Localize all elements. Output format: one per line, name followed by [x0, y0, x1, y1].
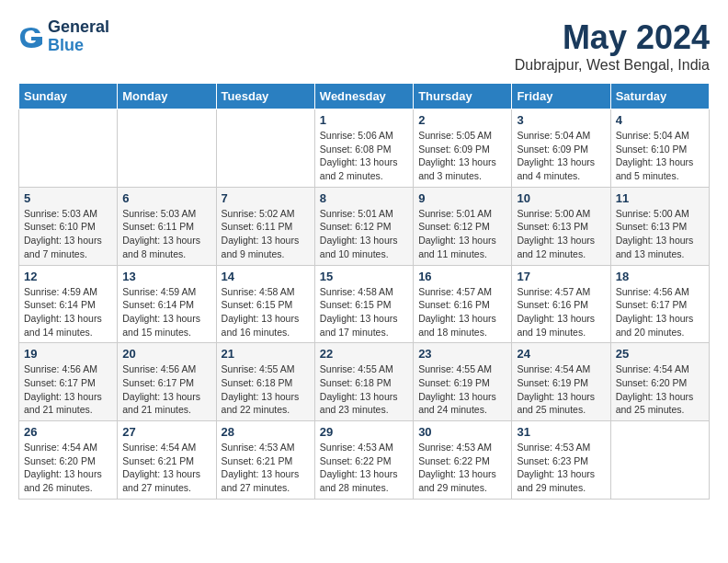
calendar-cell: 6Sunrise: 5:03 AMSunset: 6:11 PMDaylight…: [118, 187, 216, 265]
subtitle: Dubrajpur, West Bengal, India: [515, 57, 710, 74]
day-info: Sunrise: 4:53 AMSunset: 6:21 PMDaylight:…: [222, 441, 310, 495]
calendar-cell: 1Sunrise: 5:06 AMSunset: 6:08 PMDaylight…: [314, 109, 413, 188]
calendar-cell: 18Sunrise: 4:56 AMSunset: 6:17 PMDayligh…: [610, 265, 709, 343]
day-info: Sunrise: 4:57 AMSunset: 6:16 PMDaylight:…: [418, 285, 506, 339]
calendar-cell: 4Sunrise: 5:04 AMSunset: 6:10 PMDaylight…: [610, 109, 709, 188]
day-info: Sunrise: 4:54 AMSunset: 6:19 PMDaylight:…: [517, 362, 605, 417]
day-info: Sunrise: 4:56 AMSunset: 6:17 PMDaylight:…: [616, 285, 704, 339]
day-number: 4: [616, 113, 704, 127]
calendar-cell: 16Sunrise: 4:57 AMSunset: 6:16 PMDayligh…: [414, 265, 512, 343]
day-info: Sunrise: 4:55 AMSunset: 6:18 PMDaylight:…: [222, 362, 310, 417]
weekday-header-sunday: Sunday: [19, 84, 118, 109]
calendar-cell: 3Sunrise: 5:04 AMSunset: 6:09 PMDaylight…: [512, 109, 610, 188]
day-info: Sunrise: 4:56 AMSunset: 6:17 PMDaylight:…: [122, 362, 210, 417]
day-number: 25: [616, 347, 704, 361]
calendar-cell: [610, 421, 709, 500]
calendar-cell: 22Sunrise: 4:55 AMSunset: 6:18 PMDayligh…: [314, 343, 413, 421]
day-info: Sunrise: 4:58 AMSunset: 6:15 PMDaylight:…: [222, 285, 310, 339]
day-number: 7: [222, 191, 310, 205]
day-number: 27: [122, 425, 210, 439]
calendar-cell: 13Sunrise: 4:59 AMSunset: 6:14 PMDayligh…: [118, 265, 216, 343]
calendar-cell: 27Sunrise: 4:54 AMSunset: 6:21 PMDayligh…: [118, 421, 216, 500]
day-info: Sunrise: 4:58 AMSunset: 6:15 PMDaylight:…: [320, 285, 408, 339]
calendar-row-2: 12Sunrise: 4:59 AMSunset: 6:14 PMDayligh…: [19, 265, 710, 343]
calendar-cell: 19Sunrise: 4:56 AMSunset: 6:17 PMDayligh…: [19, 343, 118, 421]
calendar-cell: 15Sunrise: 4:58 AMSunset: 6:15 PMDayligh…: [314, 265, 413, 343]
day-info: Sunrise: 4:53 AMSunset: 6:22 PMDaylight:…: [320, 441, 408, 495]
day-info: Sunrise: 5:01 AMSunset: 6:12 PMDaylight:…: [418, 207, 506, 261]
day-info: Sunrise: 4:53 AMSunset: 6:22 PMDaylight:…: [418, 441, 506, 495]
logo-line2: Blue: [48, 37, 109, 55]
calendar-row-0: 1Sunrise: 5:06 AMSunset: 6:08 PMDaylight…: [19, 109, 710, 188]
calendar-row-4: 26Sunrise: 4:54 AMSunset: 6:20 PMDayligh…: [19, 421, 710, 500]
calendar-row-1: 5Sunrise: 5:03 AMSunset: 6:10 PMDaylight…: [19, 187, 710, 265]
day-number: 13: [122, 270, 210, 283]
day-number: 16: [418, 270, 506, 283]
day-info: Sunrise: 5:06 AMSunset: 6:08 PMDaylight:…: [320, 129, 408, 183]
calendar-cell: 17Sunrise: 4:57 AMSunset: 6:16 PMDayligh…: [512, 265, 610, 343]
day-number: 8: [320, 191, 408, 205]
day-number: 1: [320, 113, 408, 127]
calendar-cell: 12Sunrise: 4:59 AMSunset: 6:14 PMDayligh…: [19, 265, 118, 343]
calendar-cell: 2Sunrise: 5:05 AMSunset: 6:09 PMDaylight…: [414, 109, 512, 188]
day-number: 24: [517, 347, 605, 361]
calendar-cell: 5Sunrise: 5:03 AMSunset: 6:10 PMDaylight…: [19, 187, 118, 265]
calendar-table: SundayMondayTuesdayWednesdayThursdayFrid…: [18, 83, 710, 500]
calendar-cell: [118, 109, 216, 188]
day-number: 14: [222, 270, 310, 283]
calendar-cell: 31Sunrise: 4:53 AMSunset: 6:23 PMDayligh…: [512, 421, 610, 500]
day-info: Sunrise: 5:04 AMSunset: 6:09 PMDaylight:…: [517, 129, 605, 183]
calendar-cell: 7Sunrise: 5:02 AMSunset: 6:11 PMDaylight…: [216, 187, 314, 265]
day-number: 30: [418, 425, 506, 439]
calendar-cell: [216, 109, 314, 188]
logo: General Blue: [18, 18, 109, 55]
day-number: 23: [418, 347, 506, 361]
calendar-row-3: 19Sunrise: 4:56 AMSunset: 6:17 PMDayligh…: [19, 343, 710, 421]
day-number: 11: [616, 191, 704, 205]
day-number: 28: [222, 425, 310, 439]
calendar-cell: 14Sunrise: 4:58 AMSunset: 6:15 PMDayligh…: [216, 265, 314, 343]
day-number: 9: [418, 191, 506, 205]
day-number: 19: [24, 347, 112, 361]
day-info: Sunrise: 5:03 AMSunset: 6:10 PMDaylight:…: [24, 207, 112, 261]
day-number: 10: [517, 191, 605, 205]
calendar-cell: 23Sunrise: 4:55 AMSunset: 6:19 PMDayligh…: [414, 343, 512, 421]
day-info: Sunrise: 5:00 AMSunset: 6:13 PMDaylight:…: [616, 207, 704, 261]
day-number: 20: [122, 347, 210, 361]
weekday-header-thursday: Thursday: [414, 84, 512, 109]
day-number: 21: [222, 347, 310, 361]
day-number: 3: [517, 113, 605, 127]
calendar-cell: [19, 109, 118, 188]
calendar-cell: 26Sunrise: 4:54 AMSunset: 6:20 PMDayligh…: [19, 421, 118, 500]
day-number: 29: [320, 425, 408, 439]
logo-text: General Blue: [48, 18, 109, 55]
day-info: Sunrise: 4:55 AMSunset: 6:18 PMDaylight:…: [320, 362, 408, 417]
day-number: 5: [24, 191, 112, 205]
weekday-header-monday: Monday: [118, 84, 216, 109]
day-info: Sunrise: 5:03 AMSunset: 6:11 PMDaylight:…: [122, 207, 210, 261]
header: General Blue May 2024 Dubrajpur, West Be…: [18, 18, 710, 74]
day-info: Sunrise: 4:54 AMSunset: 6:21 PMDaylight:…: [122, 441, 210, 495]
day-number: 26: [24, 425, 112, 439]
day-info: Sunrise: 4:54 AMSunset: 6:20 PMDaylight:…: [24, 441, 112, 495]
main-title: May 2024: [515, 18, 710, 57]
day-info: Sunrise: 4:59 AMSunset: 6:14 PMDaylight:…: [24, 285, 112, 339]
calendar-cell: 11Sunrise: 5:00 AMSunset: 6:13 PMDayligh…: [610, 187, 709, 265]
day-info: Sunrise: 4:59 AMSunset: 6:14 PMDaylight:…: [122, 285, 210, 339]
weekday-header-wednesday: Wednesday: [314, 84, 413, 109]
day-number: 17: [517, 270, 605, 283]
day-info: Sunrise: 4:53 AMSunset: 6:23 PMDaylight:…: [517, 441, 605, 495]
title-area: May 2024 Dubrajpur, West Bengal, India: [515, 18, 710, 74]
calendar-cell: 28Sunrise: 4:53 AMSunset: 6:21 PMDayligh…: [216, 421, 314, 500]
calendar-cell: 9Sunrise: 5:01 AMSunset: 6:12 PMDaylight…: [414, 187, 512, 265]
calendar-cell: 20Sunrise: 4:56 AMSunset: 6:17 PMDayligh…: [118, 343, 216, 421]
calendar-header-row: SundayMondayTuesdayWednesdayThursdayFrid…: [19, 84, 710, 109]
calendar-cell: 24Sunrise: 4:54 AMSunset: 6:19 PMDayligh…: [512, 343, 610, 421]
logo-line1: General: [48, 18, 109, 37]
day-number: 12: [24, 270, 112, 283]
calendar-cell: 29Sunrise: 4:53 AMSunset: 6:22 PMDayligh…: [314, 421, 413, 500]
calendar-cell: 8Sunrise: 5:01 AMSunset: 6:12 PMDaylight…: [314, 187, 413, 265]
day-number: 15: [320, 270, 408, 283]
weekday-header-tuesday: Tuesday: [216, 84, 314, 109]
day-info: Sunrise: 5:04 AMSunset: 6:10 PMDaylight:…: [616, 129, 704, 183]
